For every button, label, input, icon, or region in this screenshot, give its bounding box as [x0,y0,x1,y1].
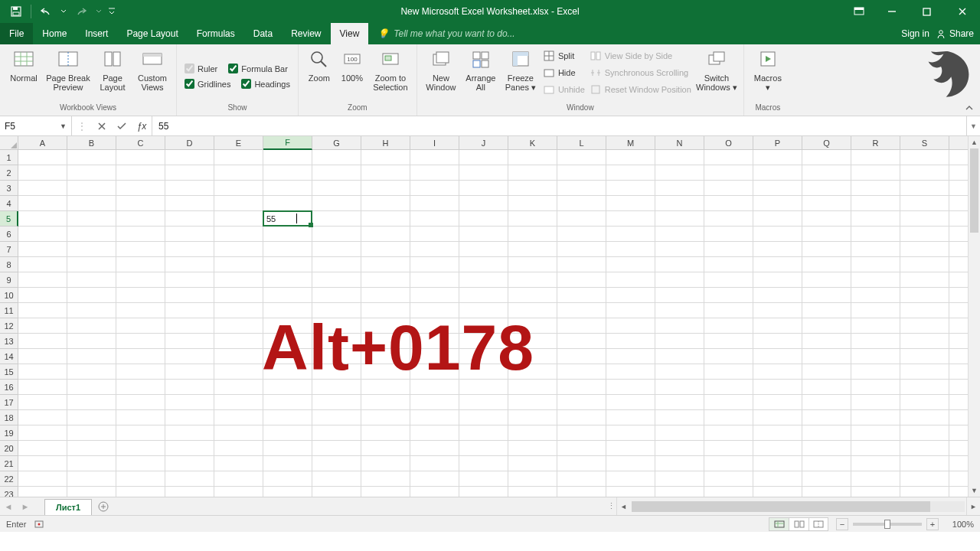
row-header-23[interactable]: 23 [0,487,18,497]
col-header-E[interactable]: E [214,136,263,149]
col-header-F[interactable]: F [263,136,312,150]
page-layout-view-button[interactable]: Page Layout [93,46,132,92]
name-box[interactable]: F5▼ [0,116,72,135]
col-header-D[interactable]: D [165,136,214,149]
close-button[interactable] [945,0,980,23]
row-header-5[interactable]: 5 [0,211,18,227]
row-header-13[interactable]: 13 [0,334,18,349]
scroll-left-button[interactable]: ◄ [616,497,630,515]
row-headers[interactable]: 1234567891011121314151617181920212223 [0,150,18,497]
cancel-edit-button[interactable] [92,122,112,131]
new-sheet-button[interactable] [92,497,115,515]
cells-area[interactable]: 55 Alt+0178 [18,150,968,497]
arrange-all-button[interactable]: Arrange All [462,46,500,92]
row-header-14[interactable]: 14 [0,349,18,364]
row-header-12[interactable]: 12 [0,318,18,334]
row-header-11[interactable]: 11 [0,303,18,318]
tab-review[interactable]: Review [282,23,330,44]
row-header-10[interactable]: 10 [0,288,18,303]
col-header-S[interactable]: S [900,136,949,149]
insert-function-button[interactable]: ƒx [132,121,152,132]
row-header-4[interactable]: 4 [0,196,18,211]
col-header-N[interactable]: N [655,136,704,149]
row-header-18[interactable]: 18 [0,410,18,425]
fill-handle[interactable] [309,223,313,227]
scroll-right-button[interactable]: ► [966,497,980,515]
row-header-21[interactable]: 21 [0,456,18,471]
zoom-button[interactable]: Zoom [303,46,335,83]
col-header-R[interactable]: R [851,136,900,149]
freeze-panes-button[interactable]: Freeze Panes ▾ [501,46,540,92]
row-header-9[interactable]: 9 [0,272,18,288]
gridlines-checkbox[interactable]: Gridlines [185,77,230,92]
ruler-checkbox[interactable]: Ruler [185,61,217,77]
macro-record-icon[interactable] [34,519,44,530]
col-header-I[interactable]: I [410,136,459,149]
col-header-O[interactable]: O [704,136,753,149]
hide-button[interactable]: Hide [541,64,586,81]
row-header-6[interactable]: 6 [0,227,18,242]
vertical-scrollbar[interactable]: ▲ ▼ [968,136,980,497]
view-page-layout-shortcut[interactable] [789,517,808,531]
headings-checkbox[interactable]: Headings [241,77,289,92]
row-header-3[interactable]: 3 [0,181,18,196]
sheet-tab-1[interactable]: Лист1 [44,499,92,515]
minimize-button[interactable] [874,0,910,23]
scroll-down-button[interactable]: ▼ [969,484,980,497]
spreadsheet-grid[interactable]: ABCDEFGHIJKLMNOPQRS 12345678910111213141… [0,136,980,497]
macros-button[interactable]: Macros▾ [749,46,787,92]
ribbon-display-options[interactable] [844,0,874,23]
horizontal-scrollbar[interactable]: ◄ ► [616,497,980,515]
expand-formula-bar[interactable]: ▼ [966,116,980,135]
view-normal-shortcut[interactable] [769,517,789,531]
formula-input[interactable]: 55 [152,116,966,135]
redo-dropdown[interactable] [94,3,103,20]
row-header-16[interactable]: 16 [0,380,18,395]
select-all-button[interactable] [0,136,18,150]
view-page-break-shortcut[interactable] [808,517,828,531]
row-header-22[interactable]: 22 [0,471,18,487]
row-header-7[interactable]: 7 [0,242,18,257]
sheet-nav-prev[interactable]: ◄ [0,497,17,515]
column-headers[interactable]: ABCDEFGHIJKLMNOPQRS [18,136,968,150]
tab-formulas[interactable]: Formulas [188,23,244,44]
row-header-15[interactable]: 15 [0,364,18,380]
col-header-K[interactable]: K [508,136,557,149]
col-header-B[interactable]: B [67,136,116,149]
save-button[interactable] [6,3,26,20]
col-header-H[interactable]: H [361,136,410,149]
vscroll-thumb[interactable] [970,148,978,233]
row-header-19[interactable]: 19 [0,425,18,441]
col-header-P[interactable]: P [753,136,802,149]
col-header-Q[interactable]: Q [802,136,851,149]
tab-page-layout[interactable]: Page Layout [117,23,187,44]
tab-view[interactable]: View [331,23,369,44]
maximize-button[interactable] [910,0,945,23]
hscroll-thumb[interactable] [632,501,930,512]
switch-windows-button[interactable]: Switch Windows ▾ [694,46,739,92]
confirm-edit-button[interactable] [112,122,132,131]
split-button[interactable]: Split [541,47,586,64]
col-header-M[interactable]: M [606,136,655,149]
redo-button[interactable] [71,3,91,20]
custom-views-button[interactable]: Custom Views [133,46,172,92]
sheet-nav-next[interactable]: ► [17,497,34,515]
col-header-G[interactable]: G [312,136,361,149]
tab-scroll-grip[interactable]: ⋮ [606,497,616,515]
page-break-preview-button[interactable]: Page Break Preview [44,46,92,92]
col-header-J[interactable]: J [459,136,508,149]
vscroll-track[interactable] [969,148,980,484]
zoom-100-button[interactable]: 100100% [337,46,368,83]
tell-me-search[interactable]: 💡 Tell me what you want to do... [368,23,901,44]
hscroll-track[interactable] [632,501,965,512]
tab-data[interactable]: Data [244,23,282,44]
active-cell[interactable]: 55 [263,210,312,227]
row-header-8[interactable]: 8 [0,257,18,272]
collapse-ribbon-button[interactable] [963,102,975,114]
share-button[interactable]: Share [936,28,974,39]
zoom-level[interactable]: 100% [943,520,974,529]
scroll-up-button[interactable]: ▲ [969,136,980,148]
zoom-slider-knob[interactable] [884,520,890,529]
sign-in-link[interactable]: Sign in [901,28,929,39]
undo-button[interactable] [36,3,56,20]
